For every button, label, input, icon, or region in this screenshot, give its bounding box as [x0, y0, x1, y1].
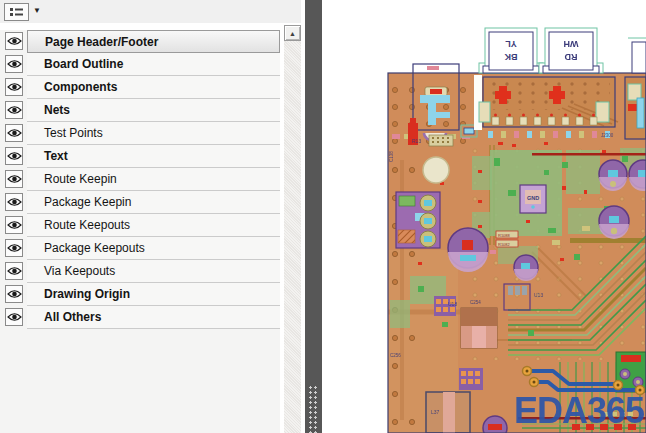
eye-icon [7, 197, 22, 207]
layer-label: All Others [44, 310, 101, 324]
connector-right [625, 77, 646, 139]
panel-splitter[interactable] [305, 0, 322, 433]
layer-options-button[interactable] [4, 3, 29, 21]
layer-row[interactable]: Route Keepouts [0, 214, 280, 237]
layer-label: Via Keepouts [44, 264, 115, 278]
layer-visibility-toggle[interactable] [5, 32, 23, 50]
layer-visibility-toggle[interactable] [5, 193, 23, 211]
eye-icon [7, 266, 22, 276]
ref-label: L37 [431, 409, 440, 415]
eye-icon [7, 220, 22, 230]
eye-icon [7, 82, 22, 92]
eye-icon [7, 59, 22, 69]
layer-label: Board Outline [44, 57, 123, 71]
layer-visibility-toggle[interactable] [5, 262, 23, 280]
layer-label: Page Header/Footer [45, 35, 158, 49]
layer-visibility-toggle[interactable] [5, 285, 23, 303]
layer-label: Route Keepouts [44, 218, 130, 232]
watermark-text: EDA365 [514, 390, 645, 431]
layer-row[interactable]: Route Keepin [0, 168, 280, 191]
layer-visibility-toggle[interactable] [5, 239, 23, 257]
layer-row[interactable]: Board Outline [0, 53, 280, 76]
component-gnd-ic: GND [520, 185, 546, 213]
layer-list: Page Header/Footer Board Outline Compone… [0, 30, 280, 329]
layer-label: Package Keepouts [44, 241, 145, 255]
gnd-label: GND [527, 195, 539, 201]
eye-icon [7, 128, 22, 138]
ref-label: U18 [448, 301, 457, 307]
connector-tab-3-partial [628, 38, 646, 73]
scroll-up-arrow-icon: ▲ [289, 30, 296, 37]
component-purple-block [396, 192, 440, 248]
eye-icon [7, 289, 22, 299]
ref-label: R1082 [498, 242, 511, 247]
dropdown-arrow-icon[interactable]: ▼ [33, 6, 41, 16]
eye-icon [7, 243, 22, 253]
ref-label: U13 [534, 292, 543, 298]
layer-visibility-toggle[interactable] [5, 216, 23, 234]
layer-label: Package Keepin [44, 195, 131, 209]
tab-label: YL [505, 39, 517, 49]
connector-tab-1: BK YL [479, 28, 543, 73]
tab-label: RD [564, 52, 577, 62]
panel-scrollbar[interactable]: ▲ [284, 25, 301, 433]
eye-icon [7, 36, 22, 46]
layer-row[interactable]: Test Points [0, 122, 280, 145]
eye-icon [7, 151, 22, 161]
layer-visibility-toggle[interactable] [5, 170, 23, 188]
scroll-up-button[interactable]: ▲ [284, 25, 301, 41]
layer-visibility-toggle[interactable] [5, 78, 23, 96]
layer-label: Route Keepin [44, 172, 117, 186]
ref-label: C254 [470, 300, 481, 305]
document-pane: GND R1088 R1082 [322, 0, 646, 433]
layers-panel-toolbar: ▼ [0, 0, 301, 23]
ref-label: J2300 [601, 133, 614, 138]
layer-label: Text [44, 149, 68, 163]
eye-icon [7, 312, 22, 322]
eye-icon [7, 105, 22, 115]
layer-row[interactable]: Nets [0, 99, 280, 122]
layer-label: Nets [44, 103, 70, 117]
ref-label: R1088 [498, 233, 511, 238]
layer-options-icon [9, 7, 24, 18]
connector-tab-2: RD WH [539, 28, 603, 73]
ref-label: C256 [390, 353, 401, 358]
tab-label: BK [504, 52, 517, 62]
layer-row[interactable]: Components [0, 76, 280, 99]
mounting-hole [423, 157, 449, 183]
splitter-grip-icon[interactable] [308, 385, 319, 433]
layer-row[interactable]: Package Keepouts [0, 237, 280, 260]
layer-visibility-toggle[interactable] [5, 308, 23, 326]
layer-row[interactable]: Drawing Origin [0, 283, 280, 306]
layer-visibility-toggle[interactable] [5, 55, 23, 73]
layers-panel: ▼ Page Header/Footer Board Outline Compo… [0, 0, 305, 433]
eye-icon [7, 174, 22, 184]
layer-label: Drawing Origin [44, 287, 130, 301]
tab-label: WH [564, 39, 579, 49]
layer-visibility-toggle[interactable] [5, 147, 23, 165]
layer-visibility-toggle[interactable] [5, 101, 23, 119]
layer-label: Components [44, 80, 117, 94]
layer-row[interactable]: Package Keepin [0, 191, 280, 214]
layer-row[interactable]: All Others [0, 306, 280, 329]
layer-row[interactable]: Page Header/Footer [0, 30, 280, 53]
ref-label: C138 [389, 151, 394, 162]
layer-row[interactable]: Via Keepouts [0, 260, 280, 283]
layer-row[interactable]: Text [0, 145, 280, 168]
ref-label: R13 [412, 138, 421, 144]
pcb-drawing: GND R1088 R1082 [322, 0, 646, 433]
layer-label: Test Points [44, 126, 103, 140]
layer-visibility-toggle[interactable] [5, 124, 23, 142]
